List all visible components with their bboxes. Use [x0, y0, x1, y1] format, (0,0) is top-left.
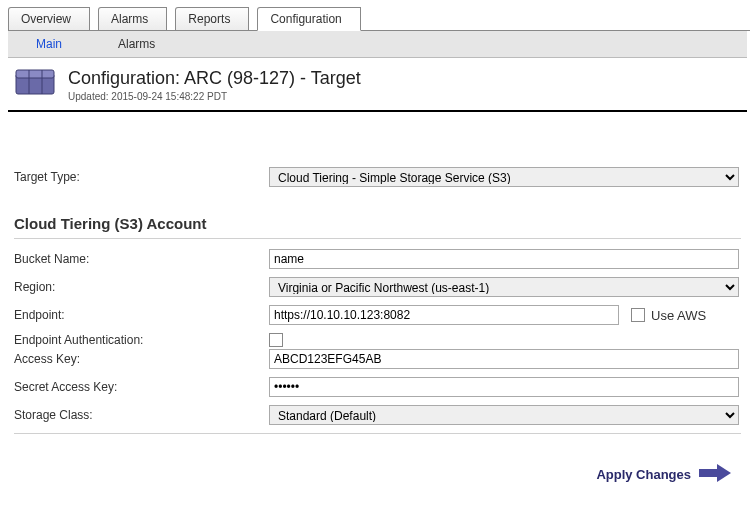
- access-key-input[interactable]: [269, 349, 739, 369]
- access-key-label: Access Key:: [14, 352, 269, 366]
- storage-class-select[interactable]: Standard (Default): [269, 405, 739, 425]
- svg-rect-4: [699, 469, 717, 477]
- endpoint-label: Endpoint:: [14, 308, 269, 322]
- target-type-label: Target Type:: [14, 170, 269, 184]
- bucket-name-input[interactable]: [269, 249, 739, 269]
- divider: [14, 433, 741, 434]
- tab-reports[interactable]: Reports: [175, 7, 249, 30]
- target-type-select[interactable]: Cloud Tiering - Simple Storage Service (…: [269, 167, 739, 187]
- page-header: Configuration: ARC (98-127) - Target Upd…: [8, 58, 747, 112]
- endpoint-auth-label: Endpoint Authentication:: [14, 333, 269, 347]
- endpoint-input[interactable]: [269, 305, 619, 325]
- tab-alarms[interactable]: Alarms: [98, 7, 167, 30]
- region-select[interactable]: Virginia or Pacific Northwest (us-east-1…: [269, 277, 739, 297]
- region-label: Region:: [14, 280, 269, 294]
- subtab-main[interactable]: Main: [8, 35, 90, 53]
- sub-tab-strip: Main Alarms: [8, 31, 747, 58]
- svg-rect-1: [16, 70, 54, 78]
- tab-overview[interactable]: Overview: [8, 7, 90, 30]
- main-tab-strip: Overview Alarms Reports Configuration: [8, 5, 750, 31]
- section-cloud-tiering: Cloud Tiering (S3) Account: [14, 195, 741, 239]
- page-title: Configuration: ARC (98-127) - Target: [68, 68, 361, 89]
- apply-arrow-icon[interactable]: [699, 462, 733, 487]
- config-form: Target Type: Cloud Tiering - Simple Stor…: [8, 112, 747, 491]
- secret-key-label: Secret Access Key:: [14, 380, 269, 394]
- secret-key-input[interactable]: [269, 377, 739, 397]
- bucket-name-label: Bucket Name:: [14, 252, 269, 266]
- storage-class-label: Storage Class:: [14, 408, 269, 422]
- use-aws-label: Use AWS: [651, 308, 706, 323]
- apply-changes-button[interactable]: Apply Changes: [596, 467, 691, 482]
- endpoint-auth-checkbox[interactable]: [269, 333, 283, 347]
- archive-icon: [14, 68, 56, 101]
- use-aws-checkbox[interactable]: [631, 308, 645, 322]
- updated-timestamp: Updated: 2015-09-24 15:48:22 PDT: [68, 91, 361, 102]
- subtab-alarms[interactable]: Alarms: [90, 35, 183, 53]
- svg-marker-5: [717, 464, 731, 482]
- tab-configuration[interactable]: Configuration: [257, 7, 360, 31]
